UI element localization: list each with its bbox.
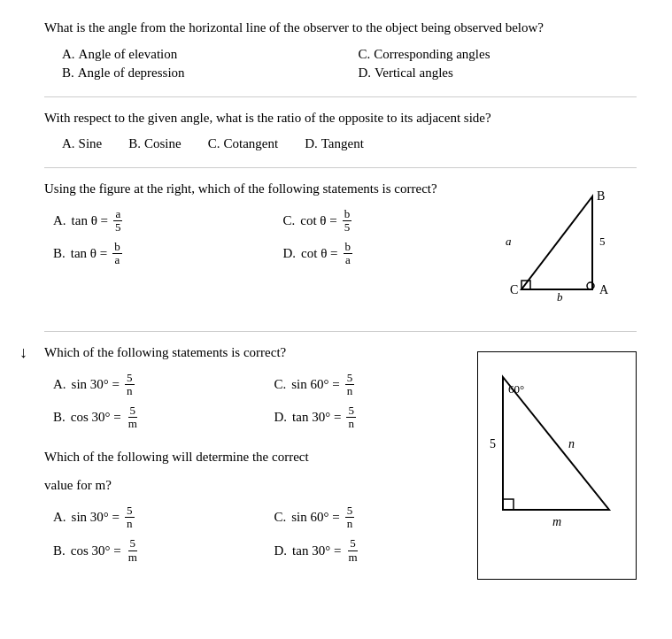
q3-fraction-c: b 5 (343, 208, 352, 235)
q4-fraction-a: 5 n (125, 372, 135, 398)
q5-den-c: n (345, 518, 355, 530)
q4-prefix-a: sin 30° = (72, 377, 120, 392)
q5-fraction-d: 5 m (346, 537, 359, 564)
q5-text1: Which of the following will determine th… (44, 450, 309, 464)
q4-option-d: D. tan 30° = 5 n (274, 404, 469, 431)
q45-left: ↓ Which of the following statements is c… (44, 343, 468, 580)
q3-left: Using the figure at the right, which of … (44, 179, 486, 315)
q2-option-a: A. Sine (62, 136, 102, 151)
q4-fraction-b: 5 m (127, 404, 139, 431)
q5-prefix-b: cos 30° = (71, 543, 121, 558)
q3-fraction-b: b a (112, 241, 122, 267)
q4-relative: ↓ Which of the following statements is c… (44, 343, 468, 363)
q4-prefix-d: tan 30° = (292, 410, 341, 425)
q2-text-d: Tangent (321, 136, 364, 151)
q3-den-c: 5 (343, 221, 352, 234)
q5-label-a: A. (53, 510, 66, 525)
q3-label-b: B. (53, 246, 66, 261)
q3-side-a: a (506, 235, 512, 248)
q3-option-a: A. tan θ = a 5 (53, 208, 257, 235)
q5-den-a: n (125, 518, 135, 530)
q2-text-a: Sine (79, 136, 103, 151)
q3-figure: B C A a b 5 (495, 188, 637, 315)
q2-label-b: B. (128, 136, 141, 151)
q3-prefix-d: cot θ = (301, 246, 337, 261)
q3-label-a: A. (53, 213, 66, 228)
q2-text: With respect to the given angle, what is… (44, 108, 637, 128)
q4-fraction-d: 5 n (346, 404, 356, 431)
q3-label-c: C. (283, 213, 296, 228)
q2-options: A. Sine B. Cosine C. Cotangent D. Tangen… (62, 136, 637, 151)
q5-fraction-b: 5 m (127, 537, 139, 564)
q45-side-m: m (552, 515, 561, 528)
q5-den-d: m (346, 551, 359, 564)
q5-option-b: B. cos 30° = 5 m (53, 537, 248, 564)
q3-option-d: D. cot θ = b a (283, 241, 487, 267)
q3-num-c: b (343, 208, 352, 221)
q3-label-C: C (510, 283, 518, 296)
q1-text-d: Vertical angles (375, 65, 453, 81)
q3-den-d: a (344, 254, 352, 266)
q2-label-a: A. (62, 136, 75, 151)
q4-den-a: n (125, 385, 135, 397)
q45-container: ↓ Which of the following statements is c… (44, 343, 637, 580)
q3-triangle-svg: B C A a b 5 (495, 188, 637, 312)
q2-text-c: Cotangent (223, 136, 278, 151)
q2-option-d: D. Tangent (305, 136, 364, 151)
q5-prefix-c: sin 60° = (291, 510, 339, 525)
q1-label-a: A. (62, 47, 75, 62)
q4-label-b: B. (53, 410, 66, 425)
q4-den-c: n (345, 385, 355, 397)
q1-text-b: Angle of depression (78, 65, 185, 81)
q5-prefix-d: tan 30° = (292, 543, 341, 558)
q2-text-b: Cosine (144, 136, 182, 151)
q1-option-d: D. Vertical angles (359, 65, 637, 81)
divider-1 (44, 96, 637, 97)
q5-num-c: 5 (345, 504, 355, 518)
question-2: With respect to the given angle, what is… (44, 108, 637, 152)
q1-text-a: Angle of elevation (79, 47, 178, 62)
q5-option-d: D. tan 30° = 5 m (274, 537, 469, 564)
q2-label-d: D. (305, 136, 318, 151)
q3-num-b: b (112, 241, 122, 254)
q5-prefix-a: sin 30° = (72, 510, 120, 525)
q4-option-b: B. cos 30° = 5 m (53, 404, 248, 431)
q45-side-5: 5 (490, 437, 496, 450)
q5-num-b: 5 (128, 537, 138, 550)
q1-label-d: D. (359, 65, 372, 81)
q4-option-c: C. sin 60° = 5 n (274, 372, 469, 398)
q4-num-d: 5 (346, 404, 356, 418)
q4-prefix-b: cos 30° = (71, 410, 121, 425)
q2-option-b: B. Cosine (128, 136, 181, 151)
q4-num-c: 5 (345, 372, 355, 385)
q4-label-c: C. (274, 377, 287, 392)
q4-label-d: D. (274, 410, 288, 425)
q4-num-b: 5 (128, 404, 138, 418)
down-arrow-icon: ↓ (19, 343, 27, 362)
q3-prefix-b: tan θ = (71, 246, 107, 261)
q4-prefix-c: sin 60° = (291, 377, 339, 392)
q5-options: A. sin 30° = 5 n C. sin 60° = 5 n (53, 504, 468, 564)
q1-label-c: C. (359, 47, 371, 62)
q5-fraction-c: 5 n (345, 504, 355, 531)
q1-options: A. Angle of elevation C. Corresponding a… (62, 47, 637, 81)
q45-figure: 60° 5 n m (477, 351, 637, 580)
q3-option-c: C. cot θ = b 5 (283, 208, 487, 235)
q5-label-c: C. (274, 510, 287, 525)
q5-label-b: B. (53, 543, 66, 558)
q3-num-d: b (344, 241, 353, 254)
q5-fraction-a: 5 n (125, 504, 135, 531)
q3-label-A: A (599, 283, 609, 296)
q4-den-d: n (346, 418, 356, 430)
q3-side-5: 5 (599, 235, 606, 248)
q2-option-c: C. Cotangent (208, 136, 278, 151)
q5-option-c: C. sin 60° = 5 n (274, 504, 469, 531)
svg-rect-4 (503, 499, 514, 510)
svg-marker-3 (503, 377, 609, 510)
q1-text-c: Corresponding angles (374, 47, 490, 62)
question-4: ↓ Which of the following statements is c… (44, 343, 468, 431)
question-1: What is the angle from the horizontal li… (44, 18, 637, 81)
q3-prefix-a: tan θ = (72, 213, 108, 228)
q3-den-a: 5 (113, 221, 123, 234)
q1-option-a: A. Angle of elevation (62, 47, 341, 62)
